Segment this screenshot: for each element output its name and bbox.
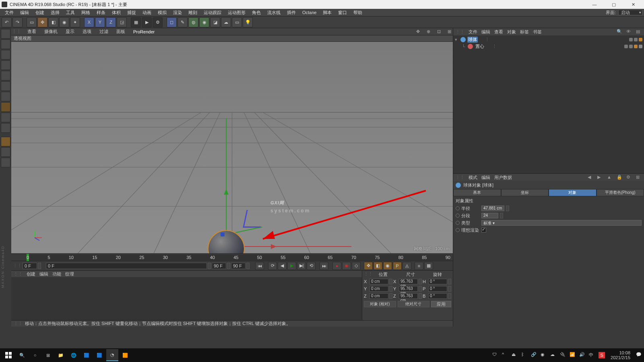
material-area[interactable]: [11, 277, 362, 320]
param-bullet-icon[interactable]: [456, 228, 460, 232]
step-fwd-button[interactable]: ▶|: [297, 262, 306, 270]
pos-field[interactable]: 0 cm: [369, 286, 388, 292]
menu-mesh[interactable]: 网格: [78, 10, 93, 16]
close-button[interactable]: ✕: [627, 2, 639, 7]
frame-end-field-a[interactable]: 90 F: [212, 263, 226, 269]
nav-up-icon[interactable]: ▲: [607, 175, 613, 180]
menu-simulate[interactable]: 模拟: [155, 10, 170, 16]
snap-icon[interactable]: [1, 123, 10, 133]
expand-icon[interactable]: ▾: [455, 37, 459, 42]
vp-grip-icon[interactable]: ⋮⋮: [12, 29, 21, 34]
mat-tex[interactable]: 纹理: [65, 271, 74, 277]
tray-power-icon[interactable]: 🔌: [560, 352, 566, 358]
param-checkbox[interactable]: [481, 228, 486, 232]
z-axis-lock[interactable]: Z: [106, 17, 116, 27]
rot-key-icon[interactable]: ◉: [383, 262, 392, 270]
tag-icon[interactable]: [629, 45, 633, 48]
undo-button[interactable]: ↶: [2, 17, 12, 27]
minimize-button[interactable]: —: [588, 2, 601, 7]
layer-dot-icon[interactable]: ⋮: [492, 44, 497, 49]
spin-icon[interactable]: [389, 293, 392, 299]
tray-notifications-icon[interactable]: 💬: [636, 352, 642, 358]
new-window-icon[interactable]: ⊞: [636, 175, 642, 180]
spin-icon[interactable]: [419, 286, 422, 292]
attr-tab[interactable]: 坐标: [501, 189, 549, 196]
menu-animate[interactable]: 动画: [139, 10, 155, 16]
start-button[interactable]: [2, 349, 15, 361]
param-dropdown[interactable]: 标准 ▾: [481, 220, 642, 226]
attr-tab[interactable]: 对象: [549, 189, 597, 196]
obj-objects[interactable]: 对象: [507, 29, 516, 35]
loop-button[interactable]: ⟳: [268, 262, 277, 270]
coord-system[interactable]: ◲: [117, 17, 127, 27]
spin-icon[interactable]: [448, 279, 451, 284]
scale-key-icon[interactable]: ◧: [374, 262, 382, 270]
spin-icon[interactable]: [227, 263, 230, 269]
loop-fwd-button[interactable]: ⟲: [307, 262, 316, 270]
layer-dot-icon[interactable]: ⋮: [485, 37, 489, 42]
grip-icon[interactable]: ⋮⋮: [456, 29, 464, 35]
tray-up-icon[interactable]: ^: [502, 352, 508, 358]
render-settings-button[interactable]: ⚙: [153, 17, 163, 27]
tray-usb-icon[interactable]: ⏏: [512, 352, 518, 358]
vp-camera[interactable]: 摄像机: [43, 29, 59, 35]
spin-icon[interactable]: [506, 206, 509, 211]
app2-icon[interactable]: 🟦: [93, 349, 105, 361]
tag-icon[interactable]: [639, 45, 642, 48]
environment-button[interactable]: ☁: [221, 17, 231, 27]
normal-icon[interactable]: [1, 158, 10, 167]
vp-prorender[interactable]: ProRender: [132, 29, 156, 34]
spin-icon[interactable]: [389, 279, 392, 284]
spin-icon[interactable]: [500, 213, 503, 218]
vp-nav3-icon[interactable]: ⊡: [436, 29, 442, 35]
menu-character[interactable]: 角色: [249, 10, 264, 16]
attr-userdata[interactable]: 用户数据: [494, 175, 512, 181]
menu-tools[interactable]: 工具: [63, 10, 78, 16]
obj-edit[interactable]: 编辑: [481, 29, 490, 35]
attr-mode[interactable]: 模式: [469, 175, 477, 181]
gizmo-z-handle[interactable]: [221, 232, 225, 237]
tray-net-icon[interactable]: 🔗: [531, 352, 537, 358]
freehand-tool[interactable]: ✦: [70, 17, 80, 27]
menu-plugins[interactable]: 插件: [284, 10, 299, 16]
spin-icon[interactable]: [208, 263, 211, 269]
spin-icon[interactable]: [448, 286, 451, 292]
object-name[interactable]: 球体: [467, 37, 478, 43]
param-bullet-icon[interactable]: [456, 221, 460, 225]
menu-edit[interactable]: 编辑: [17, 10, 32, 16]
pos-field[interactable]: 0 cm: [369, 293, 388, 299]
tray-ime-icon[interactable]: 中: [589, 352, 595, 358]
key-interp-icon[interactable]: ≡: [415, 262, 423, 270]
generator-button[interactable]: ◍: [188, 17, 198, 27]
app3-icon[interactable]: 🟧: [119, 349, 131, 361]
obj-view[interactable]: 查看: [494, 29, 503, 35]
polygon-mode-icon[interactable]: [1, 92, 10, 101]
app1-icon[interactable]: 🟦: [80, 349, 93, 361]
texture-mode-icon[interactable]: [1, 50, 10, 60]
mat-edit[interactable]: 编辑: [39, 271, 48, 277]
tray-clock[interactable]: 10:08 2021/2/15: [608, 350, 633, 360]
grip-icon[interactable]: ⋮⋮: [364, 272, 369, 278]
menu-sculpt[interactable]: 雕刻: [185, 10, 200, 16]
browser-icon[interactable]: 🌐: [68, 349, 80, 361]
move-tool[interactable]: ✥: [37, 17, 47, 27]
rot-field[interactable]: 0 °: [428, 286, 447, 292]
mat-func[interactable]: 功能: [52, 271, 61, 277]
param-key-icon[interactable]: P: [393, 262, 402, 270]
tag-icon[interactable]: [634, 45, 638, 48]
size-field[interactable]: 95.763 cm: [399, 286, 418, 292]
menu-volume[interactable]: 体积: [109, 10, 124, 16]
expand-icon[interactable]: └: [462, 44, 466, 49]
uv-mode-icon[interactable]: [1, 113, 10, 122]
render-view-button[interactable]: ▦: [131, 17, 141, 27]
tray-bt-icon[interactable]: ᛒ: [521, 352, 528, 358]
menu-snap[interactable]: 捕捉: [124, 10, 139, 16]
make-editable-icon[interactable]: [1, 29, 10, 39]
key-layout-icon[interactable]: ▦: [424, 262, 433, 270]
workplane-icon[interactable]: [1, 60, 10, 70]
grip-icon[interactable]: ⋮⋮: [13, 263, 22, 268]
object-name[interactable]: 置心: [475, 43, 485, 49]
coord-size-select[interactable]: 绝对尺寸: [398, 301, 430, 307]
mat-create[interactable]: 创建: [27, 271, 35, 277]
attr-tab[interactable]: 平滑着色(Phong): [597, 189, 644, 196]
